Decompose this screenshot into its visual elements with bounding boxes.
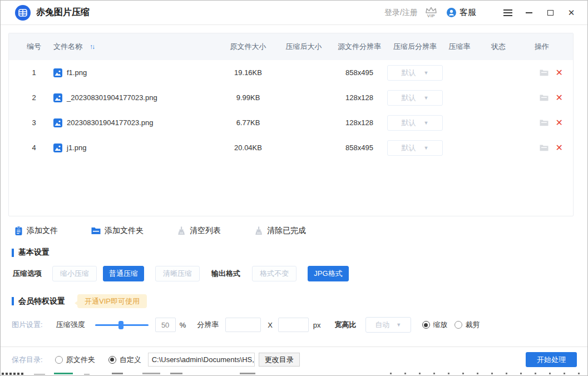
add-folder-icon bbox=[91, 227, 101, 235]
app-title: 赤兔图片压缩 bbox=[36, 7, 90, 18]
col-header-ratio: 压缩率 bbox=[443, 42, 476, 52]
dst-res-cell: 默认 ▼ bbox=[387, 115, 443, 131]
strength-input[interactable]: 50 bbox=[155, 318, 176, 332]
customer-service-button[interactable]: 客服 bbox=[447, 7, 476, 18]
vip-crown-icon[interactable]: VIP bbox=[424, 7, 438, 18]
file-name-cell: j1.png bbox=[46, 144, 220, 152]
clear-list-button[interactable]: 清空列表 bbox=[177, 226, 221, 236]
col-header-src-res: 源文件分辨率 bbox=[332, 42, 387, 52]
dst-res-dropdown[interactable]: 默认 ▼ bbox=[387, 115, 443, 131]
basic-settings-title: 基本设置 bbox=[18, 248, 50, 258]
save-dir-label: 保存目录: bbox=[12, 355, 43, 365]
add-file-label: 添加文件 bbox=[27, 226, 58, 236]
picture-settings-label: 图片设置: bbox=[12, 320, 43, 330]
maximize-button[interactable] bbox=[542, 5, 559, 21]
radio-custom-folder[interactable]: 自定义 bbox=[108, 355, 141, 365]
row-number: 1 bbox=[22, 68, 46, 77]
dst-res-value: 默认 bbox=[402, 93, 416, 103]
strength-label: 压缩强度 bbox=[56, 320, 85, 330]
table-row: 2 _202308301904177023.png 9.99KB 128x128… bbox=[9, 85, 573, 110]
width-input[interactable] bbox=[225, 318, 261, 332]
clear-completed-button[interactable]: 清除已完成 bbox=[254, 226, 306, 236]
add-file-button[interactable]: 添加文件 bbox=[14, 226, 58, 236]
chevron-down-icon: ▼ bbox=[424, 70, 429, 76]
delete-row-icon[interactable]: ✕ bbox=[556, 118, 563, 127]
file-name: 202308301904177023.png bbox=[67, 118, 153, 127]
vip-label: VIP bbox=[427, 14, 435, 18]
orig-size-cell: 6.77KB bbox=[220, 118, 276, 127]
start-processing-button[interactable]: 开始处理 bbox=[526, 352, 577, 367]
open-folder-icon[interactable] bbox=[540, 119, 549, 126]
src-res-cell: 858x495 bbox=[332, 68, 387, 77]
option-jpg-format[interactable]: JPG格式 bbox=[308, 266, 349, 281]
dst-res-value: 默认 bbox=[402, 118, 416, 128]
radio-scale-label: 缩放 bbox=[433, 320, 448, 330]
aspect-ratio-dropdown[interactable]: 自动 ▼ bbox=[365, 317, 411, 333]
option-keep-format[interactable]: 格式不变 bbox=[252, 266, 297, 281]
col-header-comp-size: 压缩后大小 bbox=[276, 42, 332, 52]
save-path-input[interactable]: C:\Users\admin\Documents\HS, bbox=[148, 353, 255, 367]
row-number: 2 bbox=[22, 93, 46, 102]
radio-original-folder[interactable]: 原文件夹 bbox=[55, 355, 95, 365]
col-header-name-label: 文件名称 bbox=[53, 42, 82, 52]
option-shrink-compress[interactable]: 缩小压缩 bbox=[52, 266, 97, 281]
sort-icon[interactable]: ↑↓ bbox=[90, 43, 94, 51]
slider-handle[interactable] bbox=[118, 321, 123, 329]
section-marker bbox=[12, 249, 14, 257]
radio-crop[interactable]: 裁剪 bbox=[454, 320, 480, 330]
dst-res-dropdown[interactable]: 默认 ▼ bbox=[387, 90, 443, 106]
height-input[interactable] bbox=[278, 318, 309, 332]
title-bar: 赤兔图片压缩 登录/注册 VIP 客服 bbox=[1, 1, 587, 25]
footer-bar: 保存目录: 原文件夹 自定义 C:\Users\admin\Documents\… bbox=[1, 347, 587, 372]
broom-icon bbox=[177, 226, 186, 235]
image-file-icon bbox=[53, 68, 62, 77]
col-header-ops-label: 操作 bbox=[535, 42, 549, 52]
vip-settings-heading: 会员特权设置 开通VIP即可使用 bbox=[12, 294, 587, 308]
delete-row-icon[interactable]: ✕ bbox=[556, 144, 563, 152]
change-directory-button[interactable]: 更改目录 bbox=[259, 353, 300, 367]
minimize-button[interactable] bbox=[521, 5, 537, 21]
aspect-ratio-value: 自动 bbox=[375, 320, 389, 330]
close-button[interactable]: ✕ bbox=[563, 5, 580, 21]
orig-size-cell: 20.04KB bbox=[220, 144, 276, 152]
image-file-icon bbox=[53, 93, 62, 102]
radio-crop-label: 裁剪 bbox=[466, 320, 480, 330]
src-res-cell: 128x128 bbox=[332, 93, 387, 102]
aspect-ratio-label: 宽高比 bbox=[335, 320, 357, 330]
px-label: px bbox=[313, 321, 321, 329]
menu-button[interactable] bbox=[500, 5, 516, 21]
orig-size-cell: 19.16KB bbox=[220, 68, 276, 77]
dst-res-dropdown[interactable]: 默认 ▼ bbox=[387, 65, 443, 81]
image-file-icon bbox=[53, 144, 62, 152]
vip-required-badge: 开通VIP即可使用 bbox=[77, 294, 147, 308]
dst-res-cell: 默认 ▼ bbox=[387, 90, 443, 106]
option-normal-compress[interactable]: 普通压缩 bbox=[103, 266, 144, 281]
open-folder-icon[interactable] bbox=[540, 69, 549, 76]
delete-row-icon[interactable]: ✕ bbox=[556, 68, 563, 77]
delete-row-icon[interactable]: ✕ bbox=[556, 93, 563, 102]
radio-scale[interactable]: 缩放 bbox=[422, 320, 448, 330]
strength-slider[interactable] bbox=[95, 324, 149, 326]
ops-cell: ✕ bbox=[521, 118, 565, 127]
clear-list-label: 清空列表 bbox=[190, 226, 221, 236]
dst-res-value: 默认 bbox=[402, 68, 416, 78]
orig-size-cell: 9.99KB bbox=[220, 93, 276, 102]
open-folder-icon[interactable] bbox=[540, 94, 549, 101]
picture-settings-row: 图片设置: 压缩强度 50 % 分辨率 X px 宽高比 自动 ▼ 缩放 裁剪 bbox=[12, 317, 587, 333]
toolbar: 添加文件 添加文件夹 清空列表 bbox=[14, 226, 587, 236]
open-folder-icon[interactable] bbox=[540, 144, 549, 151]
file-name: f1.png bbox=[67, 68, 87, 77]
image-file-icon bbox=[53, 118, 62, 127]
col-header-ops: 操作 bbox=[521, 42, 565, 52]
table-row: 1 f1.png 19.16KB 858x495 默认 ▼ bbox=[9, 60, 573, 85]
login-register-link[interactable]: 登录/注册 bbox=[384, 8, 418, 18]
radio-custom-dot bbox=[108, 356, 116, 364]
service-label: 客服 bbox=[459, 7, 476, 18]
dst-res-dropdown[interactable]: 默认 ▼ bbox=[387, 140, 443, 156]
option-clear-compress[interactable]: 清晰压缩 bbox=[155, 266, 200, 281]
compress-options-label: 压缩选项 bbox=[13, 269, 42, 279]
table-row: 4 j1.png 20.04KB 858x495 默认 ▼ bbox=[9, 135, 573, 160]
add-folder-button[interactable]: 添加文件夹 bbox=[91, 226, 144, 236]
radio-custom-label: 自定义 bbox=[120, 355, 141, 365]
add-file-icon bbox=[14, 226, 23, 236]
